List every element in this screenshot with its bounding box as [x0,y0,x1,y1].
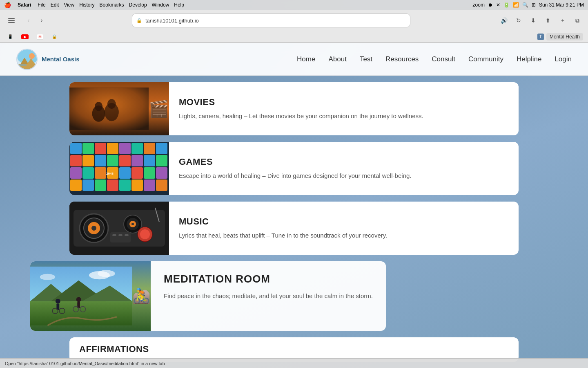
back-button[interactable]: ‹ [23,15,34,26]
svg-rect-45 [95,180,106,191]
download-button[interactable]: ⬇ [528,15,539,26]
active-tab-label[interactable]: Mental Health [546,33,583,40]
movies-card[interactable]: MOVIES Lights, camera, healing – Let the… [69,82,519,135]
status-bar: Open "https://tanisha10101.github.io/Men… [0,358,588,368]
meditation-desc: Find peace in the chaos; meditate, and l… [164,291,373,301]
bookmarks-menu[interactable]: Bookmarks [100,2,124,8]
movies-title: MOVIES [179,97,423,108]
svg-point-15 [107,99,116,109]
control-center-icon[interactable]: ⊞ [532,2,536,8]
browser-toolbar: ‹ › 🔒 🔊 ↻ ⬇ ⬆ + ⧉ [0,10,588,31]
view-menu[interactable]: View [64,2,74,8]
share-button[interactable]: ⬆ [542,15,554,26]
games-desc: Escape into a world of healing – Dive in… [179,171,412,181]
svg-rect-35 [82,167,94,179]
meditation-row: MEDITATION ROOM Find peace in the chaos;… [69,261,519,331]
nav-consult[interactable]: Consult [432,55,455,63]
svg-rect-32 [144,155,155,166]
svg-rect-48 [131,180,143,191]
svg-rect-43 [70,180,82,191]
history-menu[interactable]: History [79,2,94,8]
bookmark-gmail[interactable]: M [34,33,46,40]
svg-rect-28 [95,155,106,166]
address-bar-container: 🔒 [132,14,410,27]
app-name[interactable]: Safari [18,2,31,8]
music-content: MUSIC Lyrics that heal, beats that uplif… [169,202,397,255]
music-image [69,202,169,255]
tabs-button[interactable]: ⧉ [572,15,583,26]
new-tab-button[interactable]: + [557,15,568,26]
svg-rect-30 [119,155,131,166]
nav-home[interactable]: Home [297,55,315,63]
meditation-text-content: MEDITATION ROOM Find peace in the chaos;… [151,261,386,331]
svg-rect-23 [131,143,143,154]
bookmark-lock[interactable]: 🔒 [49,33,60,40]
nav-test[interactable]: Test [360,55,372,63]
svg-point-56 [91,226,96,231]
wifi-icon: 📶 [513,2,519,8]
zoom-label: zoom [473,2,485,8]
meditation-scene-svg [30,261,132,331]
svg-rect-72 [30,301,132,325]
status-text: Open "https://tanisha10101.github.io/Men… [5,361,165,366]
volume-button[interactable]: 🔊 [498,15,510,26]
svg-rect-40 [131,167,143,179]
lock-bookmark-favicon: 🔒 [51,34,57,40]
svg-rect-47 [119,180,131,191]
edit-menu[interactable]: Edit [51,2,59,8]
affirmations-title: AFFIRMATIONS [79,344,149,355]
games-title: GAMES [179,157,412,167]
gmail-favicon: M [37,34,43,40]
logo-text: Mental Oasis [42,56,80,63]
meditation-card[interactable]: MEDITATION ROOM Find peace in the chaos;… [30,261,386,331]
search-mac-icon[interactable]: 🔍 [522,2,528,8]
nav-about[interactable]: About [328,55,346,63]
svg-rect-25 [156,143,167,154]
help-menu[interactable]: Help [174,2,184,8]
forward-button[interactable]: › [36,15,47,26]
games-card[interactable]: 2048 GAMES Escape [69,142,519,195]
movies-content: MOVIES Lights, camera, healing – Let the… [169,82,433,135]
bookmark-youtube[interactable]: ▶ [19,34,31,40]
svg-rect-27 [82,155,94,166]
music-card[interactable]: MUSIC Lyrics that heal, beats that uplif… [69,202,519,255]
svg-rect-24 [144,143,155,154]
meditation-title: MEDITATION ROOM [164,273,373,285]
bookmark-whatsapp[interactable]: 📱 [5,33,16,40]
file-menu[interactable]: File [38,2,45,8]
meditation-image [30,261,151,331]
sidebar-toggle[interactable] [5,15,18,26]
svg-rect-19 [82,143,94,154]
nav-helpline[interactable]: Helpline [517,55,541,63]
svg-rect-18 [70,143,82,154]
movies-desc: Lights, camera, healing – Let these movi… [179,112,423,121]
svg-point-77 [76,297,81,302]
lock-icon: 🔒 [136,18,142,23]
svg-rect-31 [131,155,143,166]
whatsapp-favicon: 📱 [7,34,13,40]
games-image: 2048 [69,142,169,195]
svg-point-60 [131,223,134,225]
apple-menu[interactable]: 🍎 [4,2,11,8]
svg-rect-0 [8,18,15,19]
nav-community[interactable]: Community [468,55,503,63]
nav-login[interactable]: Login [555,55,572,63]
svg-rect-46 [107,180,118,191]
battery-icon: 🔋 [503,2,510,8]
logo-area[interactable]: Mental Oasis [16,49,80,70]
develop-menu[interactable]: Develop [129,2,147,8]
svg-rect-36 [95,167,106,179]
games-content: GAMES Escape into a world of healing – D… [169,142,421,195]
address-bar[interactable] [132,14,410,27]
svg-rect-62 [112,234,116,236]
svg-rect-2 [8,22,15,23]
main-content: MOVIES Lights, camera, healing – Let the… [0,76,588,368]
nav-resources[interactable]: Resources [385,55,419,63]
svg-point-5 [29,53,35,59]
svg-rect-61 [110,232,131,242]
reload-button[interactable]: ↻ [513,15,524,26]
window-menu[interactable]: Window [152,2,169,8]
airplay-icon: ✕ [496,2,500,8]
svg-rect-21 [107,143,118,154]
tab-favicon: T [537,34,544,40]
